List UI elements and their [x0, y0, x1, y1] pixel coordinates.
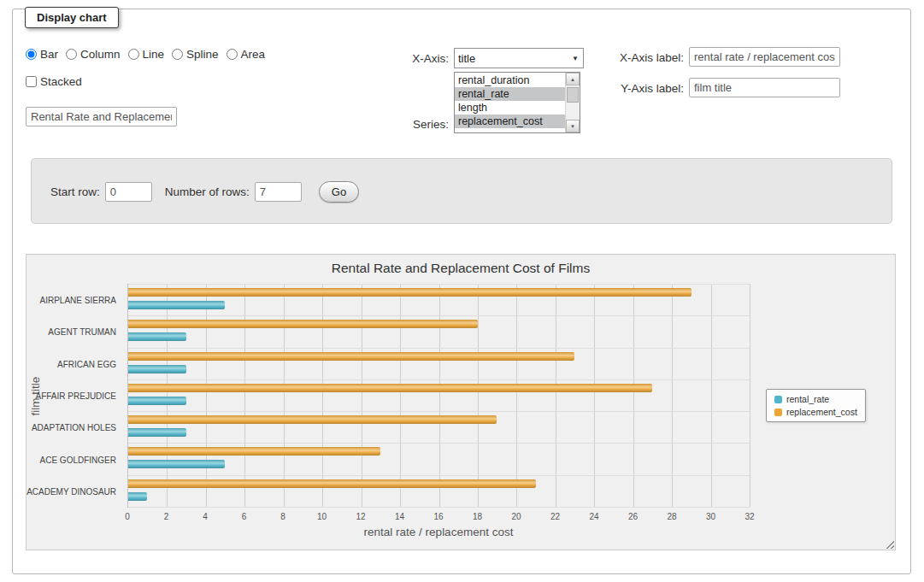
x-gridline — [478, 284, 479, 507]
legend-item-rental_rate[interactable]: rental_rate — [774, 394, 857, 404]
y-gridline — [128, 348, 750, 349]
x-gridline — [711, 284, 712, 507]
x-tick-label: 22 — [550, 512, 560, 521]
x-gridline — [516, 284, 517, 507]
bar-replacement_cost[interactable] — [128, 447, 380, 456]
series-option-rental_rate[interactable]: rental_rate — [455, 87, 565, 101]
scroll-down-icon[interactable]: ▼ — [566, 120, 580, 132]
bar-replacement_cost[interactable] — [128, 384, 652, 392]
chart-type-radio-line[interactable] — [128, 49, 139, 60]
x-tick-label: 26 — [628, 512, 638, 521]
row-controls: Start row: Number of rows: Go — [50, 181, 359, 203]
y-gridline — [128, 507, 750, 508]
chart-type-option-label: Bar — [40, 48, 58, 61]
bar-replacement_cost[interactable] — [128, 479, 536, 488]
y-gridline — [128, 475, 750, 476]
chart-type-option-spline[interactable]: Spline — [172, 48, 219, 61]
number-of-rows-label: Number of rows: — [165, 185, 250, 198]
chart-type-option-area[interactable]: Area — [227, 48, 266, 61]
bar-rental_rate[interactable] — [128, 301, 225, 309]
chart-type-radios: BarColumnLineSplineArea — [26, 48, 273, 61]
x-tick-label: 16 — [433, 512, 443, 521]
x-tick-label: 4 — [203, 512, 208, 521]
x-gridline — [439, 284, 440, 507]
x-gridline — [633, 284, 634, 507]
number-of-rows-input[interactable] — [255, 182, 302, 202]
y-gridline — [128, 315, 750, 316]
x-gridline — [244, 284, 245, 507]
x-gridline — [750, 284, 750, 507]
x-tick-label: 6 — [242, 512, 247, 521]
x-tick-label: 18 — [473, 512, 482, 521]
y-axis-label-input[interactable] — [689, 78, 840, 97]
series-option-rental_duration[interactable]: rental_duration — [455, 73, 565, 87]
page: Display chart BarColumnLineSplineArea St… — [0, 0, 924, 582]
series-option-replacement_cost[interactable]: replacement_cost — [455, 115, 565, 128]
x-gridline — [556, 284, 556, 507]
x-gridline — [400, 284, 401, 507]
x-axis-select-label: X-Axis: — [325, 52, 449, 65]
chart-type-radio-area[interactable] — [227, 49, 238, 60]
bar-rental_rate[interactable] — [128, 460, 225, 468]
chart-type-radio-bar[interactable] — [26, 49, 37, 60]
y-category-label: AGENT TRUMAN — [48, 327, 116, 337]
bar-rental_rate[interactable] — [128, 397, 186, 405]
legend-swatch — [774, 409, 782, 416]
start-row-input[interactable] — [105, 182, 152, 202]
x-axis-ticks: 02468101214161820222426283032 — [127, 512, 750, 523]
y-category-label: AFFAIR PREJUDICE — [36, 391, 116, 401]
x-gridline — [672, 284, 673, 507]
x-tick-label: 12 — [356, 512, 365, 521]
resize-handle-icon[interactable] — [884, 538, 894, 549]
stacked-option[interactable]: Stacked — [26, 75, 82, 88]
x-tick-label: 28 — [667, 512, 676, 521]
x-gridline — [206, 284, 207, 507]
legend-item-replacement_cost[interactable]: replacement_cost — [774, 407, 857, 417]
y-gridline — [128, 284, 750, 285]
series-listbox-options: rental_durationrental_ratelengthreplacem… — [455, 73, 565, 132]
bar-replacement_cost[interactable] — [128, 288, 692, 297]
chart-type-option-bar[interactable]: Bar — [26, 48, 58, 61]
chart-type-option-label: Line — [143, 48, 165, 61]
bar-rental_rate[interactable] — [128, 492, 147, 501]
y-gridline — [128, 411, 750, 412]
x-tick-label: 0 — [125, 512, 130, 521]
y-category-label: ACADEMY DINOSAUR — [26, 487, 116, 497]
x-tick-label: 14 — [395, 512, 404, 521]
series-select-label: Series: — [325, 118, 449, 131]
x-tick-label: 8 — [280, 512, 285, 521]
x-gridline — [167, 284, 168, 507]
bar-replacement_cost[interactable] — [128, 415, 497, 424]
x-tick-label: 20 — [511, 512, 521, 521]
bar-rental_rate[interactable] — [128, 365, 186, 373]
x-tick-label: 10 — [317, 512, 327, 521]
chart-title: Rental Rate and Replacement Cost of Film… — [26, 261, 895, 276]
bar-rental_rate[interactable] — [128, 428, 186, 437]
series-listbox[interactable]: rental_durationrental_ratelengthreplacem… — [454, 72, 580, 133]
legend-item-label: rental_rate — [786, 394, 829, 404]
chart-type-option-line[interactable]: Line — [128, 48, 165, 61]
y-category-label: AIRPLANE SIERRA — [40, 295, 116, 304]
x-gridline — [594, 284, 595, 507]
x-gridline — [284, 284, 285, 507]
row-controls-panel: Start row: Number of rows: Go — [31, 158, 892, 224]
bar-replacement_cost[interactable] — [128, 320, 478, 328]
bar-replacement_cost[interactable] — [128, 352, 574, 361]
bar-rental_rate[interactable] — [128, 332, 186, 341]
chart-type-option-column[interactable]: Column — [66, 48, 121, 61]
chart-container: Rental Rate and Replacement Cost of Film… — [26, 254, 896, 550]
x-axis-label-input[interactable] — [689, 47, 840, 67]
go-button[interactable]: Go — [319, 181, 359, 203]
stacked-checkbox[interactable] — [26, 76, 37, 87]
y-axis-categories: AIRPLANE SIERRAAGENT TRUMANAFRICAN EGGAF… — [26, 284, 122, 508]
chart-title-input[interactable] — [26, 107, 177, 126]
chart-type-radio-spline[interactable] — [172, 49, 183, 60]
chart-type-radio-column[interactable] — [66, 49, 77, 60]
x-gridline — [362, 284, 362, 507]
series-option-length[interactable]: length — [455, 101, 565, 115]
legend-item-label: replacement_cost — [786, 407, 857, 417]
plot-area — [127, 284, 750, 508]
chart-type-option-label: Spline — [186, 48, 219, 61]
x-gridline — [322, 284, 323, 507]
y-category-label: ACE GOLDFINGER — [40, 455, 116, 464]
